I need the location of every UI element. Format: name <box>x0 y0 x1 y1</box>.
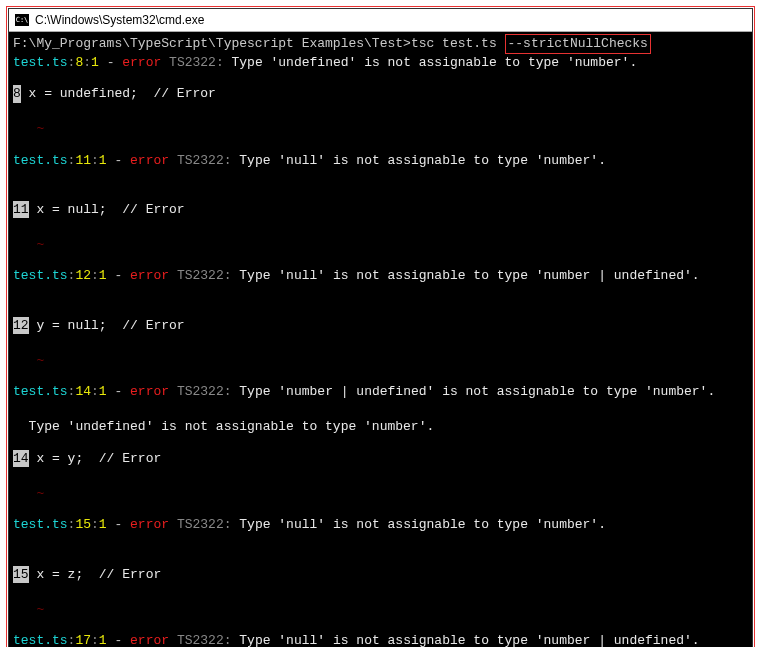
source-line: y = null; // Error <box>29 318 185 333</box>
error-code: TS2322 <box>169 55 216 70</box>
error-msg: Type 'null' is not assignable to type 'n… <box>239 633 699 647</box>
highlighted-flag: --strictNullChecks <box>505 34 651 54</box>
source-line-num: 15 <box>13 566 29 584</box>
file-ref: test.ts <box>13 153 68 168</box>
cmd-window: C:\ C:\Windows\System32\cmd.exe F:\My_Pr… <box>8 8 753 647</box>
colon: : <box>216 55 232 70</box>
caret-tilde: ~ <box>36 237 44 252</box>
source-line-num: 11 <box>13 201 29 219</box>
error-msg: Type 'null' is not assignable to type 'n… <box>239 268 699 283</box>
error-word: error <box>122 55 161 70</box>
source-line: x = z; // Error <box>29 567 162 582</box>
col-ref: 1 <box>91 55 99 70</box>
source-line: x = null; // Error <box>29 202 185 217</box>
file-ref: test.ts <box>13 55 68 70</box>
error-msg: Type 'null' is not assignable to type 'n… <box>239 153 606 168</box>
cmd-text: tsc test.ts <box>411 36 505 51</box>
caret-tilde: ~ <box>36 121 44 136</box>
terminal-area[interactable]: F:\My_Programs\TypeScript\Typescript Exa… <box>9 32 752 647</box>
colon: : <box>83 55 91 70</box>
error-msg: Type 'number | undefined' is not assigna… <box>239 384 715 399</box>
source-line-num: 8 <box>13 85 21 103</box>
source-line-num: 12 <box>13 317 29 335</box>
outer-frame: C:\ C:\Windows\System32\cmd.exe F:\My_Pr… <box>6 6 755 647</box>
cmd-icon: C:\ <box>15 14 29 26</box>
error-msg: Type 'undefined' is not assignable to ty… <box>232 55 638 70</box>
source-line-num: 14 <box>13 450 29 468</box>
source-line: x = y; // Error <box>29 451 162 466</box>
prompt: F:\My_Programs\TypeScript\Typescript Exa… <box>13 36 411 51</box>
caret-tilde: ~ <box>36 486 44 501</box>
source-line: x = undefined; // Error <box>21 86 216 101</box>
window-title: C:\Windows\System32\cmd.exe <box>35 13 204 27</box>
error-extra: Type 'undefined' is not assignable to ty… <box>13 419 434 434</box>
caret-tilde: ~ <box>36 353 44 368</box>
caret-tilde: ~ <box>36 602 44 617</box>
error-msg: Type 'null' is not assignable to type 'n… <box>239 517 606 532</box>
titlebar[interactable]: C:\ C:\Windows\System32\cmd.exe <box>9 9 752 32</box>
dash: - <box>99 55 122 70</box>
